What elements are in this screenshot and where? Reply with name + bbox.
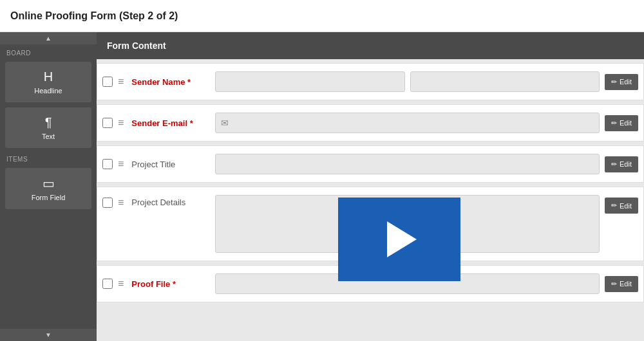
project-title-edit-button[interactable]: ✏ Edit xyxy=(605,156,638,172)
sidebar: ▲ BOARD H Headline ¶ Text ITEMS ▭ Form F… xyxy=(0,32,97,341)
sidebar-item-headline-label: Headline xyxy=(34,87,62,95)
sidebar-scroll-up[interactable]: ▲ xyxy=(0,32,97,44)
sender-email-inputs: ✉ xyxy=(215,113,600,133)
project-title-drag-handle[interactable]: ≡ xyxy=(118,159,124,169)
video-overlay[interactable] xyxy=(338,198,460,281)
sender-email-drag-handle[interactable]: ≡ xyxy=(118,118,124,128)
form-row-sender-name: ≡ Sender Name * ✏ Edit xyxy=(97,63,644,100)
sender-name-input-1[interactable] xyxy=(215,71,404,92)
sender-name-label: Sender Name * xyxy=(131,77,215,87)
proof-file-edit-button[interactable]: ✏ Edit xyxy=(605,276,638,292)
edit-pencil-icon-5: ✏ xyxy=(611,280,617,288)
sidebar-section-board: BOARD xyxy=(0,44,97,59)
text-icon: ¶ xyxy=(45,115,52,130)
sender-name-edit-button[interactable]: ✏ Edit xyxy=(605,74,638,90)
project-title-label: Project Title xyxy=(131,160,215,169)
proof-file-checkbox[interactable] xyxy=(102,279,113,289)
sidebar-item-form-field[interactable]: ▭ Form Field xyxy=(5,168,91,209)
sender-email-edit-button[interactable]: ✏ Edit xyxy=(605,115,638,131)
sender-name-input-2[interactable] xyxy=(410,71,600,92)
project-details-label: Project Details xyxy=(131,198,215,207)
proof-file-drag-handle[interactable]: ≡ xyxy=(118,279,124,289)
sender-name-inputs xyxy=(215,71,600,92)
edit-pencil-icon-3: ✏ xyxy=(611,160,617,169)
content-header: Form Content xyxy=(97,32,644,59)
page-title: Online Proofing Form (Step 2 of 2) xyxy=(10,10,178,22)
sidebar-item-text-label: Text xyxy=(42,133,55,140)
main-layout: ▲ BOARD H Headline ¶ Text ITEMS ▭ Form F… xyxy=(0,32,644,341)
sidebar-item-text[interactable]: ¶ Text xyxy=(5,107,91,148)
play-button-icon xyxy=(387,221,417,257)
project-details-edit-label: Edit xyxy=(620,202,632,210)
sender-name-edit-label: Edit xyxy=(620,78,632,86)
sender-email-label: Sender E-mail * xyxy=(131,118,215,128)
top-bar: Online Proofing Form (Step 2 of 2) xyxy=(0,0,644,32)
form-list: ≡ Sender Name * ✏ Edit ≡ Sender E-mail * xyxy=(97,59,644,341)
project-details-edit-button[interactable]: ✏ Edit xyxy=(605,198,638,214)
content-header-title: Form Content xyxy=(107,41,166,51)
form-field-icon: ▭ xyxy=(43,176,55,191)
email-envelope-icon: ✉ xyxy=(221,118,229,128)
sidebar-item-form-field-label: Form Field xyxy=(32,194,66,201)
proof-file-label: Proof File * xyxy=(131,279,215,289)
form-row-project-title: ≡ Project Title ✏ Edit xyxy=(97,145,644,183)
headline-icon: H xyxy=(44,69,53,84)
edit-pencil-icon-2: ✏ xyxy=(611,119,617,127)
project-title-input[interactable] xyxy=(215,154,600,174)
form-row-sender-email: ≡ Sender E-mail * ✉ ✏ Edit xyxy=(97,104,644,142)
edit-pencil-icon: ✏ xyxy=(611,78,617,86)
sidebar-item-headline[interactable]: H Headline xyxy=(5,62,91,102)
sidebar-section-items: ITEMS xyxy=(0,151,97,165)
project-title-edit-label: Edit xyxy=(620,160,632,168)
sender-name-drag-handle[interactable]: ≡ xyxy=(118,77,124,87)
project-title-checkbox[interactable] xyxy=(102,159,113,169)
sender-name-checkbox[interactable] xyxy=(102,77,113,87)
project-details-checkbox[interactable] xyxy=(102,198,113,208)
edit-pencil-icon-4: ✏ xyxy=(611,201,617,210)
sidebar-scroll-down[interactable]: ▼ xyxy=(0,329,97,341)
content-area: Form Content ≡ Sender Name * ✏ Edit xyxy=(97,32,644,341)
project-title-inputs xyxy=(215,154,600,174)
proof-file-edit-label: Edit xyxy=(620,280,632,288)
sender-email-edit-label: Edit xyxy=(620,119,632,127)
sender-email-input[interactable]: ✉ xyxy=(215,113,600,133)
project-details-drag-handle[interactable]: ≡ xyxy=(118,198,124,208)
sender-email-checkbox[interactable] xyxy=(102,118,113,128)
